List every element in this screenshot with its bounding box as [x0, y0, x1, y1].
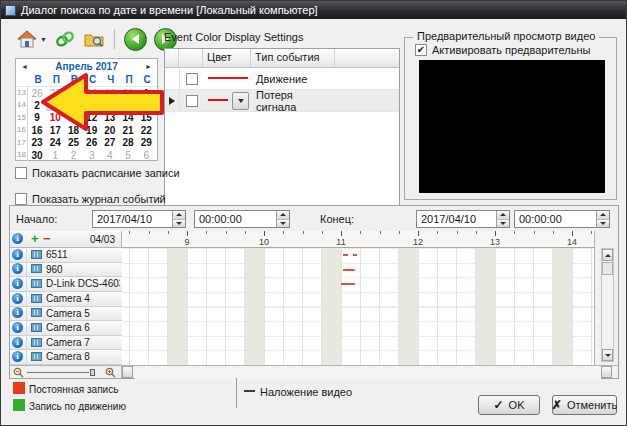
- folder-search-button[interactable]: [81, 27, 107, 51]
- color-dropdown-button[interactable]: [232, 92, 249, 110]
- camera-row[interactable]: iD-Link DCS-4603 (: [10, 277, 122, 292]
- calendar-day[interactable]: 17: [46, 125, 64, 136]
- show-events-log-checkbox[interactable]: [15, 193, 27, 205]
- info-icon[interactable]: i: [12, 233, 23, 244]
- calendar-day[interactable]: 19: [83, 125, 101, 136]
- start-time-field[interactable]: 00:00:00: [194, 210, 290, 228]
- scroll-up-button[interactable]: [602, 249, 613, 261]
- vertical-scrollbar[interactable]: [601, 248, 614, 362]
- calendar-day[interactable]: 5: [119, 150, 137, 161]
- camera-row[interactable]: i960: [10, 263, 122, 278]
- h-scroll-track[interactable]: [135, 366, 601, 379]
- calendar-day[interactable]: 30: [28, 150, 46, 161]
- calendar-day[interactable]: 18: [64, 125, 82, 136]
- calendar-day[interactable]: 1: [46, 150, 64, 161]
- signal-loss-checkbox[interactable]: [186, 95, 198, 107]
- info-icon[interactable]: i: [12, 351, 23, 362]
- calendar-day[interactable]: 7: [119, 100, 137, 111]
- calendar-day[interactable]: 26: [83, 137, 101, 148]
- motion-checkbox[interactable]: [186, 73, 198, 85]
- calendar-day[interactable]: 25: [64, 137, 82, 148]
- calendar-day[interactable]: 24: [46, 137, 64, 148]
- timeline-grid[interactable]: [122, 248, 595, 365]
- calendar-day[interactable]: 27: [46, 88, 64, 99]
- end-time-field[interactable]: 00:00:00: [514, 210, 610, 228]
- spin-down-button[interactable]: [497, 220, 509, 228]
- calendar-day[interactable]: 8: [137, 100, 155, 111]
- home-button[interactable]: ▼: [14, 27, 49, 51]
- scroll-thumb[interactable]: [602, 262, 613, 275]
- calendar-day[interactable]: 15: [137, 112, 155, 123]
- calendar-day[interactable]: 4: [64, 100, 82, 111]
- activate-preview-checkbox[interactable]: ✔: [415, 44, 427, 56]
- spin-down-button[interactable]: [277, 220, 289, 228]
- zoom-out-icon[interactable]: [13, 367, 24, 378]
- calendar-day[interactable]: 28: [119, 137, 137, 148]
- info-icon[interactable]: i: [12, 337, 23, 348]
- calendar-day[interactable]: 1: [137, 88, 155, 99]
- spin-up-button[interactable]: [173, 211, 185, 220]
- calendar-next-icon[interactable]: ►: [145, 63, 152, 70]
- info-icon[interactable]: i: [12, 278, 23, 289]
- camera-row[interactable]: iCamera 4: [10, 292, 122, 307]
- calendar-day[interactable]: 2: [64, 150, 82, 161]
- calendar-day[interactable]: 3: [83, 150, 101, 161]
- calendar-day[interactable]: 30: [101, 88, 119, 99]
- calendar-day[interactable]: 9: [28, 112, 46, 123]
- camera-row[interactable]: iCamera 6: [10, 321, 122, 336]
- info-icon[interactable]: i: [12, 322, 23, 333]
- spin-down-button[interactable]: [173, 220, 185, 228]
- scroll-down-button[interactable]: [602, 349, 613, 361]
- spin-up-button[interactable]: [497, 211, 509, 220]
- info-icon[interactable]: i: [12, 249, 23, 260]
- calendar-day[interactable]: 29: [137, 137, 155, 148]
- calendar-day[interactable]: 27: [101, 137, 119, 148]
- signal-loss-color-swatch[interactable]: [204, 90, 252, 111]
- info-icon[interactable]: i: [12, 263, 23, 274]
- calendar-day[interactable]: 20: [101, 125, 119, 136]
- calendar-day[interactable]: 28: [64, 88, 82, 99]
- camera-row[interactable]: iCamera 7: [10, 336, 122, 351]
- calendar-day[interactable]: 31: [119, 88, 137, 99]
- calendar-day[interactable]: 11: [64, 112, 82, 123]
- calendar-day[interactable]: 22: [137, 125, 155, 136]
- calendar-prev-icon[interactable]: ◄: [21, 63, 28, 70]
- calendar-day[interactable]: 10: [46, 112, 64, 123]
- calendar-day[interactable]: 29: [83, 88, 101, 99]
- calendar-day[interactable]: 16: [28, 125, 46, 136]
- calendar-day[interactable]: 5: [83, 100, 101, 111]
- show-schedule-checkbox[interactable]: [15, 167, 27, 179]
- info-icon[interactable]: i: [12, 293, 23, 304]
- h-scroll-right-button[interactable]: [601, 366, 612, 378]
- ok-button[interactable]: ✓ OK: [478, 395, 540, 415]
- event-row-motion[interactable]: Движение: [165, 68, 399, 90]
- calendar-day[interactable]: 3: [46, 100, 64, 111]
- motion-color-swatch[interactable]: [204, 68, 252, 89]
- end-date-field[interactable]: 2017/04/10: [416, 210, 510, 228]
- zoom-in-icon[interactable]: [105, 367, 116, 378]
- spin-down-button[interactable]: [597, 220, 609, 228]
- home-dropdown-arrow-icon[interactable]: ▼: [40, 36, 47, 43]
- calendar-day[interactable]: 26: [28, 88, 46, 99]
- camera-row[interactable]: iCamera 8: [10, 350, 122, 365]
- calendar-day[interactable]: 13: [101, 112, 119, 123]
- calendar-day[interactable]: 14: [119, 112, 137, 123]
- calendar-day[interactable]: 6: [137, 150, 155, 161]
- zoom-slider-thumb[interactable]: [90, 369, 95, 376]
- remote-link-button[interactable]: [52, 27, 78, 51]
- nav-back-button[interactable]: [122, 27, 149, 51]
- calendar-day[interactable]: 21: [119, 125, 137, 136]
- start-date-field[interactable]: 2017/04/10: [92, 210, 186, 228]
- h-scroll-left-button[interactable]: [122, 366, 133, 378]
- calendar-day[interactable]: 23: [28, 137, 46, 148]
- titlebar[interactable]: Диалог поиска по дате и времени [Локальн…: [1, 1, 626, 19]
- remove-button[interactable]: −: [43, 232, 51, 245]
- spin-up-button[interactable]: [597, 211, 609, 220]
- cancel-button[interactable]: ✗ Отменить: [552, 395, 617, 415]
- calendar-day[interactable]: 6: [101, 100, 119, 111]
- info-icon[interactable]: i: [12, 307, 23, 318]
- calendar-day[interactable]: 2: [28, 100, 46, 111]
- camera-row[interactable]: i6511: [10, 248, 122, 263]
- calendar-day[interactable]: 12: [83, 112, 101, 123]
- camera-row[interactable]: iCamera 5: [10, 307, 122, 322]
